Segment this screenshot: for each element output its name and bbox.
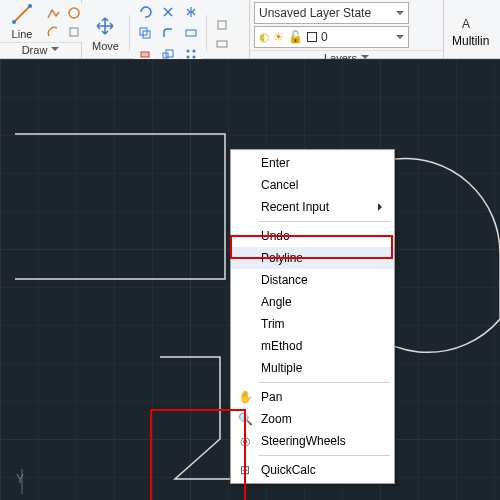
fillet-tool[interactable] <box>157 23 179 43</box>
svg-point-2 <box>28 4 32 8</box>
svg-rect-4 <box>70 28 78 36</box>
ctx-recent-input[interactable]: Recent Input <box>231 196 394 218</box>
menu-separator <box>259 455 390 456</box>
layer-name: 0 <box>321 30 328 44</box>
svg-rect-16 <box>217 41 227 47</box>
move-tool[interactable]: Move <box>86 2 125 64</box>
layer-color-icon <box>307 32 317 42</box>
context-menu: Enter Cancel Recent Input Undo Polyline … <box>230 149 395 484</box>
highlight-shape <box>150 409 246 500</box>
layer-state-combo[interactable]: Unsaved Layer State <box>254 2 409 24</box>
drawing-canvas[interactable]: Y Enter Cancel Recent Input Undo Polylin… <box>0 59 500 500</box>
svg-point-3 <box>69 8 79 18</box>
layer-state-text: Unsaved Layer State <box>259 6 371 20</box>
separator <box>206 15 207 51</box>
line-icon <box>10 2 34 26</box>
rotate-tool[interactable] <box>134 2 156 22</box>
ctx-distance[interactable]: Distance <box>231 269 394 291</box>
ctx-quickcalc[interactable]: ⊞QuickCalc <box>231 459 394 481</box>
draw-panel-title[interactable]: Draw <box>0 42 81 58</box>
lock-icon: 🔓 <box>288 30 303 44</box>
sun-icon: ☀ <box>273 30 284 44</box>
line-label: Line <box>12 28 33 40</box>
svg-point-11 <box>186 50 189 53</box>
mirror-tool[interactable] <box>180 2 202 22</box>
line-tool[interactable]: Line <box>4 2 40 40</box>
text-icon: A <box>459 10 483 34</box>
ctx-steeringwheels[interactable]: ◎SteeringWheels <box>231 430 394 452</box>
svg-text:A: A <box>462 17 470 31</box>
highlight-polyline <box>230 235 393 259</box>
chevron-down-icon <box>396 11 404 19</box>
submenu-arrow-icon <box>378 203 386 211</box>
explode-tool[interactable] <box>211 15 233 35</box>
menu-separator <box>259 221 390 222</box>
layer-current-combo[interactable]: ◐ ☀ 🔓 0 <box>254 26 409 48</box>
separator <box>129 15 130 51</box>
ctx-pan[interactable]: ✋Pan <box>231 386 394 408</box>
ctx-angle[interactable]: Angle <box>231 291 394 313</box>
multiline-text-tool[interactable]: A Multilin <box>448 10 493 48</box>
trim-tool[interactable] <box>157 2 179 22</box>
menu-separator <box>259 382 390 383</box>
move-icon <box>93 14 117 38</box>
svg-rect-15 <box>218 21 226 29</box>
svg-rect-8 <box>141 52 149 57</box>
ctx-enter[interactable]: Enter <box>231 152 394 174</box>
ctx-trim[interactable]: Trim <box>231 313 394 335</box>
polyline-tool[interactable] <box>42 3 64 23</box>
ctx-multiple[interactable]: Multiple <box>231 357 394 379</box>
pan-icon: ✋ <box>237 389 253 405</box>
stretch-tool[interactable] <box>180 23 202 43</box>
y-axis-label: Y <box>16 472 24 486</box>
svg-point-12 <box>192 50 195 53</box>
chevron-down-icon <box>396 35 404 43</box>
svg-line-0 <box>14 6 30 22</box>
offset-tool[interactable] <box>211 34 233 54</box>
arc-tool[interactable] <box>42 22 64 42</box>
ctx-zoom[interactable]: 🔍Zoom <box>231 408 394 430</box>
move-label: Move <box>92 40 119 52</box>
svg-point-1 <box>12 20 16 24</box>
svg-rect-7 <box>186 30 196 36</box>
copy-tool[interactable] <box>134 23 156 43</box>
multiline-label: Multilin <box>452 34 489 48</box>
ctx-cancel[interactable]: Cancel <box>231 174 394 196</box>
lightbulb-icon: ◐ <box>259 30 269 44</box>
ctx-method[interactable]: mEthod <box>231 335 394 357</box>
